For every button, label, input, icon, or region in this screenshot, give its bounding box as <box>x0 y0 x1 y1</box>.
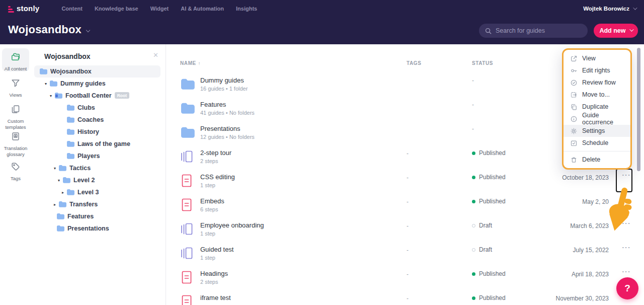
sidebar-item-translation-glossary[interactable]: Translation glossary <box>2 128 29 157</box>
context-menu-item-label: Schedule <box>582 139 608 146</box>
context-menu-item-review-flow[interactable]: Review flow <box>564 77 630 89</box>
row-status: Published <box>472 174 506 181</box>
folder-icon <box>180 126 195 141</box>
context-menu-item-label: Duplicate <box>582 103 608 110</box>
vertical-scrollbar[interactable] <box>637 48 640 171</box>
sidebar-item-all-content[interactable]: All content <box>2 48 29 71</box>
tour-guide-icon <box>180 221 193 239</box>
context-menu-item-settings[interactable]: Settings <box>564 125 630 137</box>
row-status: Draft <box>472 222 492 229</box>
stonly-logo[interactable]: stonly <box>8 4 48 13</box>
row-status: - <box>472 101 474 108</box>
tree-caret-icon[interactable]: ▾ <box>51 166 58 171</box>
sort-ascending-icon: ↑ <box>198 61 201 66</box>
sidebar-item-label: Tags <box>11 176 21 182</box>
folder-icon <box>66 116 74 123</box>
status-label: - <box>472 125 474 132</box>
tree-item-dummy-guides[interactable]: ▾ Dummy guides <box>31 78 166 90</box>
chevron-down-icon <box>629 27 633 31</box>
folder-icon <box>49 80 57 87</box>
tree-item-level-2[interactable]: ▾ Level 2 <box>31 174 166 186</box>
help-button[interactable]: ? <box>616 277 638 299</box>
close-icon[interactable]: ✕ <box>153 51 158 59</box>
status-label: Published <box>479 174 506 181</box>
row-name: CSS editing <box>200 173 235 181</box>
doc-guide-icon <box>180 270 193 287</box>
tree-item-players[interactable]: Players <box>31 150 166 162</box>
table-row-css-editing[interactable]: CSS editing 1 step - Published October 1… <box>166 169 644 193</box>
review-check-icon <box>570 79 578 87</box>
tree-item-transfers[interactable]: ▸ Transfers <box>31 198 166 210</box>
guide-search[interactable] <box>479 24 588 38</box>
nav-item-knowledge-base[interactable]: Knowledge base <box>95 6 138 12</box>
tree-item-wojosandbox[interactable]: Wojosandbox <box>31 65 166 78</box>
context-menu-item-move-to-[interactable]: Move to... <box>564 89 630 101</box>
user-menu[interactable]: Wojtek Borowicz <box>583 6 636 12</box>
context-menu-item-view[interactable]: View <box>564 52 630 64</box>
tree-item-features[interactable]: Features <box>31 210 166 222</box>
column-header-tags[interactable]: TAGS <box>407 60 421 66</box>
context-menu-item-label: Edit rights <box>582 67 610 74</box>
stonly-app: stonly ContentKnowledge baseWidgetAI & A… <box>0 0 644 305</box>
tree-caret-icon[interactable]: ▸ <box>59 190 66 195</box>
context-menu-item-delete[interactable]: Delete <box>564 154 630 166</box>
sidebar-item-tags[interactable]: Tags <box>2 158 29 181</box>
table-row-headings[interactable]: Headings 2 steps - Published April 18, 2… <box>166 266 644 290</box>
status-dot-icon <box>472 151 475 155</box>
tree-item-label: Wojosandbox <box>50 68 92 75</box>
move-to-icon <box>570 91 578 99</box>
tree-caret-icon[interactable]: ▾ <box>42 82 49 86</box>
workspace-switcher[interactable]: Wojosandbox <box>8 23 90 36</box>
sidebar-item-label: Translation glossary <box>2 145 29 158</box>
search-input[interactable] <box>496 27 576 34</box>
tree-item-label: Players <box>77 152 100 160</box>
add-new-button[interactable]: Add new <box>594 24 638 38</box>
tree-item-laws-of-the-game[interactable]: Laws of the game <box>31 138 166 150</box>
funnel-icon <box>11 78 21 90</box>
nav-item-ai-automation[interactable]: AI & Automation <box>181 6 224 12</box>
tree-caret-icon[interactable]: ▾ <box>55 178 62 183</box>
status-dot-icon <box>472 248 475 252</box>
context-menu-item-schedule[interactable]: Schedule <box>564 137 630 149</box>
workspace-title: Wojosandbox <box>8 23 82 36</box>
glossary-icon <box>11 131 21 143</box>
tree-item-label: Dummy guides <box>60 80 106 87</box>
context-menu-item-guide-occurrence[interactable]: Guide occurrence <box>564 113 630 125</box>
trash-icon <box>570 156 578 164</box>
row-actions-button[interactable]: ··· <box>622 268 631 275</box>
row-meta: 41 guides • No folders <box>200 110 255 116</box>
sidebar-item-views[interactable]: Views <box>2 74 29 98</box>
column-header-status[interactable]: STATUS <box>472 60 493 66</box>
sidebar-item-label: All content <box>5 66 27 72</box>
table-row-employee-onboarding[interactable]: Employee onboarding 1 step - Draft March… <box>166 217 644 242</box>
tree-item-clubs[interactable]: Clubs <box>31 102 166 114</box>
app-header: stonly ContentKnowledge baseWidgetAI & A… <box>0 0 644 44</box>
context-menu-item-edit-rights[interactable]: Edit rights <box>564 64 630 77</box>
table-row-iframe-test[interactable]: iframe test - Published November 30, 202… <box>166 290 644 305</box>
context-menu-item-duplicate[interactable]: Duplicate <box>564 101 630 113</box>
table-row-embeds[interactable]: Embeds 6 steps - Published May 2, 20 ··· <box>166 193 644 217</box>
tree-caret-icon[interactable]: ▸ <box>51 202 58 207</box>
row-actions-button[interactable]: ··· <box>622 244 631 251</box>
tag-icon <box>11 162 21 174</box>
tree-caret-icon[interactable]: ▾ <box>47 94 54 98</box>
tree-item-history[interactable]: History <box>31 126 166 138</box>
context-menu-item-label: View <box>582 55 596 62</box>
column-header-name[interactable]: NAME↑ <box>180 60 201 66</box>
context-menu-item-label: Review flow <box>582 79 616 86</box>
nav-item-content[interactable]: Content <box>61 6 83 12</box>
nav-item-insights[interactable]: Insights <box>236 6 257 12</box>
tree-item-label: Presentations <box>67 225 109 232</box>
tree-item-coaches[interactable]: Coaches <box>31 114 166 126</box>
tour-guide-icon <box>180 246 193 263</box>
tree-item-level-3[interactable]: ▸ Level 3 <box>31 186 166 198</box>
tree-item-tactics[interactable]: ▾ Tactics <box>31 162 166 174</box>
tree-item-presentations[interactable]: Presentations <box>31 222 166 235</box>
sidebar-item-custom-templates[interactable]: Custom templates <box>2 101 29 127</box>
tree-item-football-center[interactable]: ▾ Football CenterRoot <box>31 90 166 102</box>
nav-item-widget[interactable]: Widget <box>150 6 169 12</box>
row-name: Presentations <box>200 125 240 132</box>
row-tags: - <box>407 174 409 181</box>
table-row-guided-test[interactable]: Guided test 1 step - Draft July 15, 2022… <box>166 242 644 266</box>
row-name: Dummy guides <box>200 77 244 84</box>
